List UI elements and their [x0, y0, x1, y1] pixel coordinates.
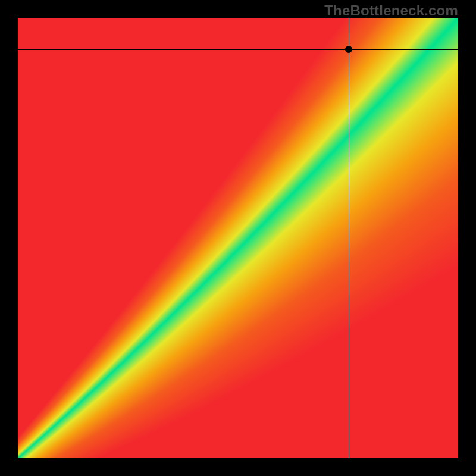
watermark-text: TheBottleneck.com — [324, 2, 458, 19]
heatmap-canvas — [18, 18, 458, 458]
heatmap-plot — [18, 18, 458, 458]
chart-frame: TheBottleneck.com — [0, 0, 476, 476]
crosshair-horizontal — [18, 49, 458, 50]
crosshair-vertical — [349, 18, 349, 458]
selection-marker — [345, 46, 352, 53]
